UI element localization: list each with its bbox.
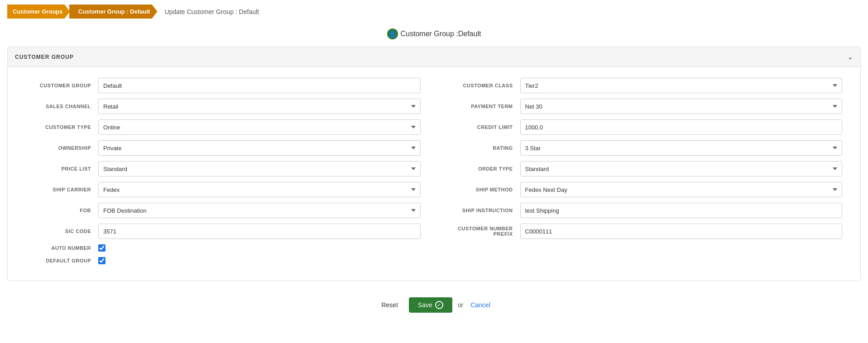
label-rating: RATING [448, 145, 520, 151]
page-title-icon: 👤 [387, 29, 398, 39]
breadcrumb: Customer Groups Customer Group : Default… [0, 0, 868, 23]
customer-class-select[interactable]: Tier2 Tier1 Tier3 [520, 78, 843, 93]
label-payment-term: PAYMENT TERM [448, 104, 520, 109]
page-title-bar: 👤 Customer Group :Default [0, 23, 868, 47]
credit-limit-input[interactable] [520, 119, 843, 135]
label-credit-limit: CREDIT LIMIT [448, 124, 520, 130]
chevron-down-icon[interactable]: ⌄ [847, 52, 853, 61]
form-row-customer-group: CUSTOMER GROUP [26, 78, 421, 93]
ship-instruction-input[interactable] [520, 203, 843, 218]
breadcrumb-customer-group-default[interactable]: Customer Group : Default [69, 5, 158, 19]
customer-group-card: CUSTOMER GROUP ⌄ CUSTOMER GROUP SALES CH… [7, 47, 861, 281]
cancel-button[interactable]: Cancel [469, 299, 492, 311]
footer-or: or [458, 301, 463, 309]
label-auto-number: AUTO NUMBER [26, 245, 98, 251]
form-row-default-group: DEFAULT GROUP [26, 257, 421, 264]
label-customer-type: CUSTOMER TYPE [26, 124, 98, 130]
auto-number-checkbox[interactable] [98, 244, 106, 252]
customer-number-prefix-input[interactable] [520, 224, 843, 239]
form-row-customer-type: CUSTOMER TYPE Online Offline [26, 119, 421, 135]
form-row-sic-code: SIC CODE [26, 224, 421, 239]
form-row-credit-limit: CREDIT LIMIT [448, 119, 843, 135]
label-ship-method: SHIP METHOD [448, 187, 520, 192]
label-customer-group: CUSTOMER GROUP [26, 83, 98, 88]
form-two-col: CUSTOMER GROUP SALES CHANNEL Retail Whol… [26, 78, 842, 270]
label-price-list: PRICE LIST [26, 166, 98, 172]
form-row-fob: FOB FOB Destination FOB Origin [26, 203, 421, 218]
form-left-col: CUSTOMER GROUP SALES CHANNEL Retail Whol… [26, 78, 421, 270]
label-default-group: DEFAULT GROUP [26, 258, 98, 263]
card-header-title: CUSTOMER GROUP [15, 54, 74, 60]
breadcrumb-update: Update Customer Group : Default [164, 8, 259, 15]
sic-code-input[interactable] [98, 224, 421, 239]
label-sic-code: SIC CODE [26, 229, 98, 234]
default-group-checkbox[interactable] [98, 257, 106, 264]
customer-group-input[interactable] [98, 78, 421, 93]
page-title: Customer Group :Default [401, 30, 481, 38]
label-ownership: OWNERSHIP [26, 145, 98, 151]
form-row-ship-carrier: SHIP CARRIER Fedex UPS USPS [26, 182, 421, 197]
form-row-price-list: PRICE LIST Standard Premium [26, 161, 421, 176]
form-row-order-type: ORDER TYPE Standard Custom [448, 161, 843, 176]
sales-channel-select[interactable]: Retail Wholesale Online [98, 99, 421, 114]
default-group-wrapper [98, 257, 106, 264]
order-type-select[interactable]: Standard Custom [520, 161, 843, 176]
save-check-icon: ✓ [435, 301, 443, 309]
rating-select[interactable]: 3 Star 1 Star 2 Star 4 Star 5 Star [520, 140, 843, 156]
label-sales-channel: SALES CHANNEL [26, 104, 98, 109]
form-row-payment-term: PAYMENT TERM Net 30 Net 60 Due on Receip… [448, 99, 843, 114]
reset-button[interactable]: Reset [376, 299, 403, 311]
customer-type-select[interactable]: Online Offline [98, 119, 421, 135]
breadcrumb-customers[interactable]: Customer Groups [7, 5, 70, 19]
label-customer-class: CUSTOMER CLASS [448, 83, 520, 88]
form-row-ship-method: SHIP METHOD Fedex Next Day Fedex Ground … [448, 182, 843, 197]
form-row-ownership: OWNERSHIP Private Public [26, 140, 421, 156]
card-body: CUSTOMER GROUP SALES CHANNEL Retail Whol… [8, 67, 860, 281]
card-header: CUSTOMER GROUP ⌄ [8, 47, 860, 67]
ship-method-select[interactable]: Fedex Next Day Fedex Ground UPS Ground [520, 182, 843, 197]
form-footer: Reset Save ✓ or Cancel [0, 288, 868, 324]
save-label: Save [418, 301, 432, 309]
form-row-rating: RATING 3 Star 1 Star 2 Star 4 Star 5 Sta… [448, 140, 843, 156]
label-ship-carrier: SHIP CARRIER [26, 187, 98, 192]
ship-carrier-select[interactable]: Fedex UPS USPS [98, 182, 421, 197]
form-row-ship-instruction: SHIP INSTRUCTION [448, 203, 843, 218]
save-button[interactable]: Save ✓ [409, 297, 452, 313]
ownership-select[interactable]: Private Public [98, 140, 421, 156]
fob-select[interactable]: FOB Destination FOB Origin [98, 203, 421, 218]
label-ship-instruction: SHIP INSTRUCTION [448, 208, 520, 213]
form-row-customer-number-prefix: CUSTOMER NUMBER PREFIX [448, 224, 843, 239]
form-right-col: CUSTOMER CLASS Tier2 Tier1 Tier3 PAYMENT… [448, 78, 843, 270]
auto-number-wrapper [98, 244, 106, 252]
form-row-sales-channel: SALES CHANNEL Retail Wholesale Online [26, 99, 421, 114]
label-order-type: ORDER TYPE [448, 166, 520, 172]
form-row-customer-class: CUSTOMER CLASS Tier2 Tier1 Tier3 [448, 78, 843, 93]
label-fob: FOB [26, 208, 98, 213]
label-customer-number-prefix: CUSTOMER NUMBER PREFIX [448, 226, 520, 237]
form-row-auto-number: AUTO NUMBER [26, 244, 421, 252]
price-list-select[interactable]: Standard Premium [98, 161, 421, 176]
payment-term-select[interactable]: Net 30 Net 60 Due on Receipt [520, 99, 843, 114]
